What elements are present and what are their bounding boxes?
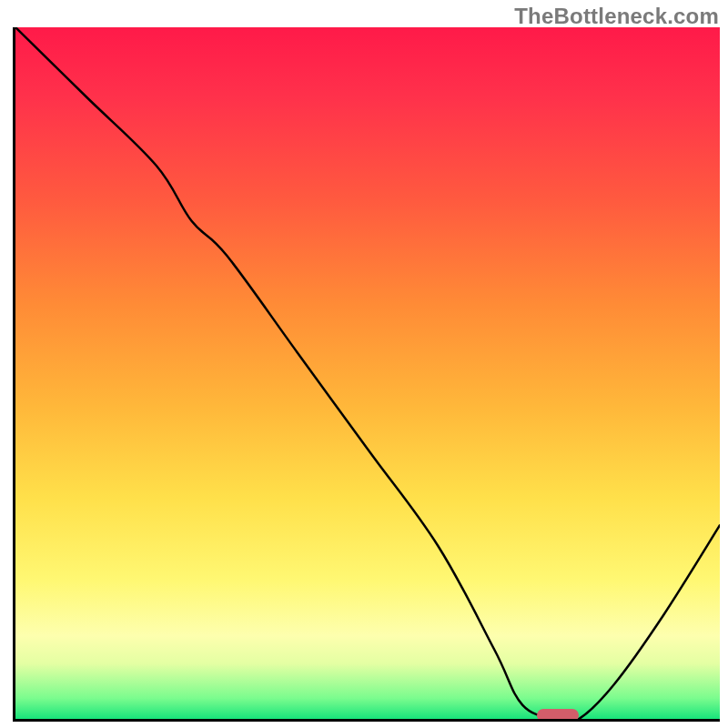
attribution-watermark: TheBottleneck.com xyxy=(514,4,719,29)
bottleneck-curve xyxy=(15,27,720,719)
plot-area xyxy=(13,27,720,722)
chart-container: TheBottleneck.com xyxy=(0,0,728,728)
optimal-marker xyxy=(537,709,579,722)
